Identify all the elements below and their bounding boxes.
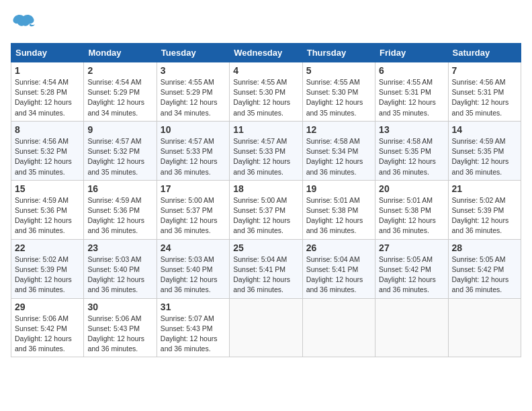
day-number: 10 [161, 124, 226, 135]
calendar-cell: 24 Sunrise: 5:03 AMSunset: 5:40 PMDaylig… [157, 239, 229, 298]
calendar-cell [302, 298, 375, 357]
calendar-cell: 7 Sunrise: 4:56 AMSunset: 5:31 PMDayligh… [448, 62, 521, 122]
calendar-cell: 26 Sunrise: 5:04 AMSunset: 5:41 PMDaylig… [302, 239, 375, 298]
day-number: 7 [452, 65, 517, 76]
day-number: 3 [161, 65, 226, 76]
day-number: 28 [452, 242, 517, 253]
calendar-cell: 8 Sunrise: 4:56 AMSunset: 5:32 PMDayligh… [11, 121, 84, 180]
calendar-week-2: 8 Sunrise: 4:56 AMSunset: 5:32 PMDayligh… [11, 121, 521, 180]
day-number: 16 [87, 183, 152, 194]
day-number: 1 [15, 65, 80, 76]
day-number: 19 [306, 183, 371, 194]
calendar-week-5: 29 Sunrise: 5:06 AMSunset: 5:42 PMDaylig… [11, 298, 521, 357]
calendar-cell: 23 Sunrise: 5:03 AMSunset: 5:40 PMDaylig… [84, 239, 157, 298]
logo [11, 11, 39, 36]
day-detail: Sunrise: 4:54 AMSunset: 5:29 PMDaylight:… [87, 78, 144, 117]
day-number: 27 [379, 242, 444, 253]
calendar-cell: 22 Sunrise: 5:02 AMSunset: 5:39 PMDaylig… [11, 239, 84, 298]
day-detail: Sunrise: 4:55 AMSunset: 5:31 PMDaylight:… [379, 78, 436, 117]
day-detail: Sunrise: 5:03 AMSunset: 5:40 PMDaylight:… [87, 255, 144, 294]
day-number: 31 [161, 302, 226, 312]
weekday-header-friday: Friday [375, 44, 448, 62]
calendar-cell: 10 Sunrise: 4:57 AMSunset: 5:33 PMDaylig… [157, 121, 229, 180]
day-detail: Sunrise: 4:56 AMSunset: 5:31 PMDaylight:… [452, 78, 509, 117]
day-detail: Sunrise: 4:59 AMSunset: 5:35 PMDaylight:… [452, 137, 509, 176]
day-number: 26 [306, 242, 371, 253]
day-detail: Sunrise: 5:03 AMSunset: 5:40 PMDaylight:… [161, 255, 218, 294]
calendar-cell: 3 Sunrise: 4:55 AMSunset: 5:29 PMDayligh… [157, 62, 229, 122]
calendar-cell: 19 Sunrise: 5:01 AMSunset: 5:38 PMDaylig… [302, 180, 375, 239]
weekday-header-wednesday: Wednesday [230, 44, 302, 62]
day-number: 17 [161, 183, 226, 194]
weekday-header-thursday: Thursday [302, 44, 375, 62]
calendar-cell: 1 Sunrise: 4:54 AMSunset: 5:28 PMDayligh… [11, 62, 84, 122]
day-detail: Sunrise: 4:59 AMSunset: 5:36 PMDaylight:… [15, 196, 72, 235]
day-number: 30 [87, 302, 152, 312]
day-number: 21 [452, 183, 517, 194]
calendar-week-4: 22 Sunrise: 5:02 AMSunset: 5:39 PMDaylig… [11, 239, 521, 298]
day-detail: Sunrise: 4:55 AMSunset: 5:29 PMDaylight:… [161, 78, 218, 117]
calendar-cell [448, 298, 521, 357]
day-number: 13 [379, 124, 444, 135]
calendar-cell: 4 Sunrise: 4:55 AMSunset: 5:30 PMDayligh… [230, 62, 302, 122]
calendar-cell: 13 Sunrise: 4:58 AMSunset: 5:35 PMDaylig… [375, 121, 448, 180]
weekday-header-sunday: Sunday [11, 44, 84, 62]
calendar-cell [230, 298, 302, 357]
calendar-cell: 21 Sunrise: 5:02 AMSunset: 5:39 PMDaylig… [448, 180, 521, 239]
calendar-cell: 20 Sunrise: 5:01 AMSunset: 5:38 PMDaylig… [375, 180, 448, 239]
day-detail: Sunrise: 5:04 AMSunset: 5:41 PMDaylight:… [306, 255, 363, 294]
day-detail: Sunrise: 5:06 AMSunset: 5:43 PMDaylight:… [87, 314, 144, 353]
weekday-header-tuesday: Tuesday [157, 44, 229, 62]
day-detail: Sunrise: 4:58 AMSunset: 5:34 PMDaylight:… [306, 137, 363, 176]
day-detail: Sunrise: 5:05 AMSunset: 5:42 PMDaylight:… [379, 255, 436, 294]
day-detail: Sunrise: 5:05 AMSunset: 5:42 PMDaylight:… [452, 255, 509, 294]
calendar-cell: 14 Sunrise: 4:59 AMSunset: 5:35 PMDaylig… [448, 121, 521, 180]
calendar-cell: 28 Sunrise: 5:05 AMSunset: 5:42 PMDaylig… [448, 239, 521, 298]
calendar-cell: 25 Sunrise: 5:04 AMSunset: 5:41 PMDaylig… [230, 239, 302, 298]
calendar-cell: 2 Sunrise: 4:54 AMSunset: 5:29 PMDayligh… [84, 62, 157, 122]
day-number: 11 [233, 124, 298, 135]
day-detail: Sunrise: 5:01 AMSunset: 5:38 PMDaylight:… [306, 196, 363, 235]
day-detail: Sunrise: 5:00 AMSunset: 5:37 PMDaylight:… [233, 196, 290, 235]
calendar-cell: 15 Sunrise: 4:59 AMSunset: 5:36 PMDaylig… [11, 180, 84, 239]
day-detail: Sunrise: 4:58 AMSunset: 5:35 PMDaylight:… [379, 137, 436, 176]
calendar-cell: 27 Sunrise: 5:05 AMSunset: 5:42 PMDaylig… [375, 239, 448, 298]
day-number: 14 [452, 124, 517, 135]
day-number: 2 [87, 65, 152, 76]
day-detail: Sunrise: 5:02 AMSunset: 5:39 PMDaylight:… [452, 196, 509, 235]
day-detail: Sunrise: 4:55 AMSunset: 5:30 PMDaylight:… [306, 78, 363, 117]
day-number: 4 [233, 65, 298, 76]
day-number: 6 [379, 65, 444, 76]
day-detail: Sunrise: 4:57 AMSunset: 5:33 PMDaylight:… [161, 137, 218, 176]
calendar-table: SundayMondayTuesdayWednesdayThursdayFrid… [11, 43, 521, 357]
calendar-body: 1 Sunrise: 4:54 AMSunset: 5:28 PMDayligh… [11, 62, 521, 357]
calendar-cell: 5 Sunrise: 4:55 AMSunset: 5:30 PMDayligh… [302, 62, 375, 122]
calendar-cell: 31 Sunrise: 5:07 AMSunset: 5:43 PMDaylig… [157, 298, 229, 357]
calendar-cell: 12 Sunrise: 4:58 AMSunset: 5:34 PMDaylig… [302, 121, 375, 180]
day-detail: Sunrise: 4:55 AMSunset: 5:30 PMDaylight:… [233, 78, 290, 117]
day-number: 29 [15, 302, 80, 312]
day-number: 9 [87, 124, 152, 135]
calendar-week-1: 1 Sunrise: 4:54 AMSunset: 5:28 PMDayligh… [11, 62, 521, 122]
calendar-cell: 29 Sunrise: 5:06 AMSunset: 5:42 PMDaylig… [11, 298, 84, 357]
day-number: 18 [233, 183, 298, 194]
weekday-header-monday: Monday [84, 44, 157, 62]
day-number: 5 [306, 65, 371, 76]
day-number: 24 [161, 242, 226, 253]
day-detail: Sunrise: 5:07 AMSunset: 5:43 PMDaylight:… [161, 314, 218, 353]
calendar-cell: 11 Sunrise: 4:57 AMSunset: 5:33 PMDaylig… [230, 121, 302, 180]
day-number: 25 [233, 242, 298, 253]
day-number: 23 [87, 242, 152, 253]
day-number: 22 [15, 242, 80, 253]
day-detail: Sunrise: 4:54 AMSunset: 5:28 PMDaylight:… [15, 78, 72, 117]
day-detail: Sunrise: 4:57 AMSunset: 5:32 PMDaylight:… [87, 137, 144, 176]
day-detail: Sunrise: 5:02 AMSunset: 5:39 PMDaylight:… [15, 255, 72, 294]
day-detail: Sunrise: 5:01 AMSunset: 5:38 PMDaylight:… [379, 196, 436, 235]
weekday-header-saturday: Saturday [448, 44, 521, 62]
day-number: 8 [15, 124, 80, 135]
calendar-cell: 18 Sunrise: 5:00 AMSunset: 5:37 PMDaylig… [230, 180, 302, 239]
calendar-cell: 9 Sunrise: 4:57 AMSunset: 5:32 PMDayligh… [84, 121, 157, 180]
calendar-cell [375, 298, 448, 357]
day-detail: Sunrise: 4:57 AMSunset: 5:33 PMDaylight:… [233, 137, 290, 176]
day-detail: Sunrise: 4:59 AMSunset: 5:36 PMDaylight:… [87, 196, 144, 235]
